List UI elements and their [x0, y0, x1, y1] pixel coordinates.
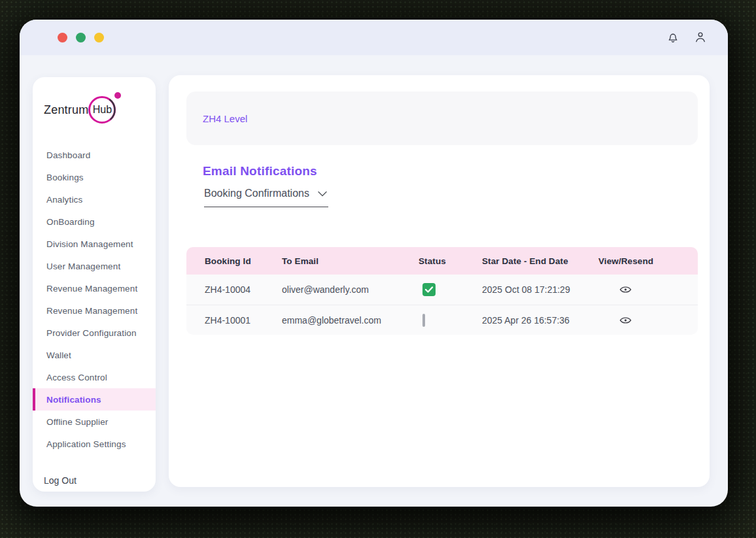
sidebar-menu: DashboardBookingsAnalyticsOnBoardingDivi… [33, 144, 156, 455]
sidebar-item-offline-supplier[interactable]: Offline Supplier [33, 411, 156, 433]
date-cell: 2025 Apr 26 16:57:36 [482, 315, 598, 326]
level-badge: ZH4 Level [203, 113, 247, 124]
brand-text-hub: Hub [87, 95, 117, 125]
date-cell: 2025 Oct 08 17:21:29 [482, 284, 598, 295]
titlebar [20, 20, 728, 56]
logout-button[interactable]: Log Out [33, 469, 156, 492]
view-resend-cell [598, 314, 698, 326]
brand-text-zentrum: Zentrum [44, 103, 88, 117]
sidebar-item-access-control[interactable]: Access Control [33, 366, 156, 388]
sidebar-item-division-management[interactable]: Division Management [33, 233, 156, 255]
sidebar-item-bookings[interactable]: Bookings [33, 166, 156, 188]
sidebar-item-onboarding[interactable]: OnBoarding [33, 210, 156, 233]
sidebar-item-user-management[interactable]: User Management [33, 255, 156, 277]
table-header-row: Booking Id To Email Status Star Date - E… [186, 247, 698, 275]
table-body: ZH4-10004oliver@wanderly.com2025 Oct 08 … [186, 275, 698, 335]
traffic-light-yellow[interactable] [94, 33, 104, 42]
status-cell [419, 315, 482, 326]
sidebar-item-provider-configuration[interactable]: Provider Configuration [33, 322, 156, 344]
sidebar-item-dashboard[interactable]: Dashboard [33, 144, 156, 166]
status-cell [419, 283, 482, 296]
col-to-email: To Email [282, 256, 419, 266]
sidebar-item-wallet[interactable]: Wallet [33, 344, 156, 366]
brand-circle: Hub [87, 95, 117, 125]
traffic-lights [58, 33, 104, 42]
user-profile-icon[interactable] [693, 29, 708, 45]
booking-id-cell: ZH4-10004 [205, 284, 282, 295]
to-email-cell: emma@globetravel.com [282, 315, 419, 326]
status-checkbox-unchecked[interactable] [422, 314, 425, 327]
view-resend-cell [598, 284, 698, 295]
sidebar-item-application-settings[interactable]: Application Settings [33, 433, 156, 455]
view-eye-icon[interactable] [618, 284, 632, 295]
notification-bell-icon[interactable] [665, 29, 681, 45]
col-view-resend: View/Resend [598, 256, 698, 266]
col-start-end-date: Star Date - End Date [482, 256, 598, 266]
to-email-cell: oliver@wanderly.com [282, 284, 419, 295]
titlebar-actions [665, 29, 708, 45]
brand-logo: Zentrum Hub [33, 93, 156, 127]
sidebar-item-revenue-management[interactable]: Revenue Management [33, 277, 156, 299]
notification-type-value: Booking Confirmations [204, 188, 309, 199]
booking-id-cell: ZH4-10001 [205, 315, 282, 326]
table-row: ZH4-10004oliver@wanderly.com2025 Oct 08 … [186, 275, 698, 305]
notification-type-select[interactable]: Booking Confirmations [204, 188, 328, 207]
level-band: ZH4 Level [186, 92, 698, 145]
sidebar-item-revenue-management[interactable]: Revenue Management [33, 299, 156, 322]
table-row: ZH4-10001emma@globetravel.com2025 Apr 26… [186, 305, 698, 335]
traffic-light-green[interactable] [76, 33, 86, 42]
col-booking-id: Booking Id [205, 256, 282, 266]
sidebar: Zentrum Hub DashboardBookingsAnalyticsOn… [33, 77, 156, 492]
brand-dot-icon [114, 92, 121, 99]
view-eye-icon[interactable] [618, 314, 632, 326]
sidebar-item-notifications[interactable]: Notifications [33, 388, 156, 411]
app-window: Zentrum Hub DashboardBookingsAnalyticsOn… [20, 20, 728, 507]
col-status: Status [419, 256, 482, 266]
sidebar-item-analytics[interactable]: Analytics [33, 188, 156, 210]
page-title: Email Notifications [203, 164, 317, 178]
status-checkbox-checked[interactable] [422, 283, 436, 296]
chevron-down-icon [318, 191, 327, 197]
email-notifications-table: Booking Id To Email Status Star Date - E… [186, 247, 698, 335]
traffic-light-red[interactable] [58, 33, 67, 42]
main-content: ZH4 Level Email Notifications Booking Co… [169, 75, 710, 487]
